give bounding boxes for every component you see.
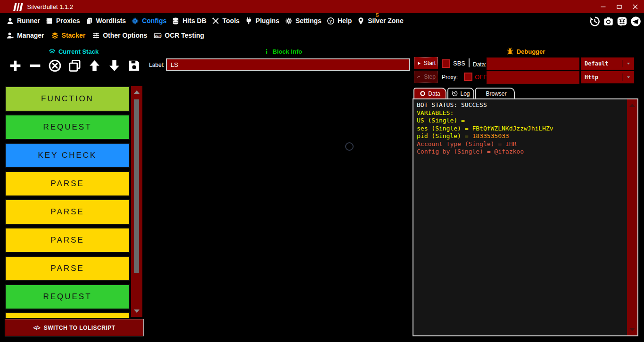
menu-item-help[interactable]: ?Help bbox=[327, 13, 352, 28]
debug-proxy-input[interactable] bbox=[487, 71, 579, 84]
remove-block-button[interactable] bbox=[28, 59, 42, 73]
tab-data[interactable]: Data bbox=[413, 88, 446, 98]
tab-log[interactable]: Log bbox=[447, 88, 474, 98]
menu-item-tools[interactable]: Tools bbox=[212, 13, 239, 28]
block-label: KEY CHECK bbox=[38, 151, 97, 160]
screenshot-button[interactable] bbox=[603, 16, 614, 27]
step-button-label: Step bbox=[424, 73, 436, 80]
menu-item-proxies[interactable]: Proxies bbox=[45, 13, 80, 28]
save-stack-button[interactable] bbox=[127, 59, 141, 73]
discord-button[interactable] bbox=[616, 16, 628, 27]
svg-text:OCR: OCR bbox=[155, 34, 161, 37]
block-label-input[interactable] bbox=[166, 58, 410, 71]
menu-item-label: Wordlists bbox=[96, 17, 126, 24]
proxy-checkbox[interactable] bbox=[464, 73, 472, 81]
sbs-checkbox[interactable] bbox=[442, 59, 450, 68]
menu-item-label: Silver Zone bbox=[368, 17, 403, 24]
step-icon bbox=[416, 74, 421, 80]
block-info-header: Block Info bbox=[156, 47, 410, 56]
save-icon bbox=[127, 59, 141, 73]
stack-block-request[interactable]: REQUEST bbox=[5, 284, 130, 309]
block-stack-list: FUNCTIONREQUESTKEY CHECKPARSEPARSEPARSEP… bbox=[5, 86, 130, 318]
sbs-label: SBS bbox=[453, 60, 465, 67]
plus-icon bbox=[8, 59, 22, 73]
start-button-label: Start bbox=[424, 60, 436, 66]
output-line: ses (Single) = FBtQfWZLNKdJzzwJhiLHZv bbox=[417, 125, 623, 133]
circle-x-icon bbox=[48, 59, 62, 73]
discord-icon bbox=[617, 16, 627, 27]
scroll-down-icon[interactable] bbox=[134, 309, 140, 313]
current-stack-header: Current Stack bbox=[0, 47, 147, 56]
clone-block-button[interactable] bbox=[68, 59, 82, 73]
clone-icon bbox=[68, 59, 82, 73]
debug-data-input[interactable] bbox=[487, 57, 579, 70]
menu-item-plugins[interactable]: Plugins bbox=[245, 13, 280, 28]
disable-block-button[interactable] bbox=[48, 59, 62, 73]
current-stack-title: Current Stack bbox=[58, 48, 99, 55]
debug-scrollbar[interactable] bbox=[627, 99, 637, 335]
add-block-button[interactable] bbox=[8, 59, 22, 73]
stack-block-parse[interactable]: PARSE bbox=[5, 228, 130, 253]
start-button[interactable]: Start bbox=[414, 57, 438, 69]
scroll-down-icon[interactable] bbox=[629, 328, 635, 331]
menu-item-configs[interactable]: Configs bbox=[131, 13, 166, 28]
block-label: PARSE bbox=[50, 236, 84, 245]
scroll-up-icon[interactable] bbox=[629, 104, 635, 107]
scroll-up-icon[interactable] bbox=[134, 90, 140, 94]
stack-block-request[interactable]: REQUEST bbox=[5, 114, 130, 140]
stack-block-parse[interactable]: PARSE bbox=[5, 171, 130, 196]
menu-item-runner[interactable]: Runner bbox=[6, 13, 40, 28]
minimize-button[interactable] bbox=[595, 0, 611, 13]
maximize-button[interactable] bbox=[611, 0, 627, 13]
history-button[interactable] bbox=[589, 16, 601, 27]
switch-to-loliscript-button[interactable]: </> SWITCH TO LOLISCRIPT bbox=[5, 319, 144, 336]
stack-block-parse[interactable]: PARSE bbox=[5, 312, 130, 318]
arrow-down-icon bbox=[107, 59, 121, 73]
output-line: BOT STATUS: SUCCESS bbox=[417, 101, 623, 109]
close-button[interactable] bbox=[627, 0, 643, 13]
submenu-item-other-options[interactable]: Other Options bbox=[92, 28, 147, 42]
proxy-state-label: OFF bbox=[475, 73, 487, 81]
scrollbar-thumb[interactable] bbox=[134, 99, 139, 273]
history-icon bbox=[589, 16, 600, 27]
menu-item-wordlists[interactable]: Wordlists bbox=[85, 13, 126, 28]
step-button[interactable]: Step bbox=[414, 71, 438, 83]
submenu-item-manager[interactable]: Manager bbox=[6, 28, 44, 42]
info-icon bbox=[264, 49, 270, 55]
move-block-up-button[interactable] bbox=[88, 59, 101, 73]
drag-handle-circle bbox=[345, 142, 354, 151]
submenu-item-ocr-testing[interactable]: OCROCR Testing bbox=[154, 28, 204, 42]
gear-icon bbox=[285, 17, 293, 25]
wordlist-type-dropdown[interactable]: Default bbox=[581, 57, 634, 70]
config-sub-menu: ManagerStackerOther OptionsOCROCR Testin… bbox=[0, 28, 644, 42]
proxy-type-dropdown[interactable]: Http bbox=[581, 71, 634, 83]
stack-block-parse[interactable]: PARSE bbox=[5, 199, 130, 225]
title-bar: SilverBullet 1.1.2 bbox=[0, 0, 644, 13]
menu-item-settings[interactable]: Settings bbox=[285, 13, 322, 28]
stack-block-function[interactable]: FUNCTION bbox=[5, 86, 130, 112]
notification-badge: 5 bbox=[376, 13, 379, 17]
play-icon bbox=[416, 61, 421, 66]
help-icon: ? bbox=[327, 17, 335, 25]
menu-item-hits-db[interactable]: Hits DB bbox=[172, 13, 206, 28]
social-icons bbox=[589, 16, 642, 27]
telegram-icon bbox=[630, 16, 641, 27]
stack-scrollbar[interactable] bbox=[131, 86, 142, 317]
menu-item-silver-zone[interactable]: Silver Zone5 bbox=[357, 13, 403, 28]
layers-icon bbox=[49, 48, 56, 55]
ocr-icon: OCR bbox=[154, 32, 162, 40]
tab-browser[interactable]: Browser bbox=[475, 88, 515, 98]
menu-item-label: Hits DB bbox=[182, 17, 206, 24]
tab-label: Data bbox=[428, 90, 440, 97]
stack-block-key-check[interactable]: KEY CHECK bbox=[5, 143, 130, 168]
stack-block-parse[interactable]: PARSE bbox=[5, 256, 130, 281]
debugger-output-panel: BOT STATUS: SUCCESSVARIABLES:US (Single)… bbox=[413, 98, 638, 336]
switch-button-label: SWITCH TO LOLISCRIPT bbox=[44, 325, 116, 331]
telegram-button[interactable] bbox=[630, 16, 642, 27]
submenu-item-stacker[interactable]: Stacker bbox=[51, 28, 86, 42]
menu-item-label: Proxies bbox=[56, 17, 80, 24]
move-block-down-button[interactable] bbox=[107, 59, 121, 73]
menu-item-label: Plugins bbox=[256, 17, 280, 24]
main-menu: RunnerProxiesWordlistsConfigsHits DBTool… bbox=[0, 13, 644, 28]
tab-label: Log bbox=[460, 90, 470, 97]
